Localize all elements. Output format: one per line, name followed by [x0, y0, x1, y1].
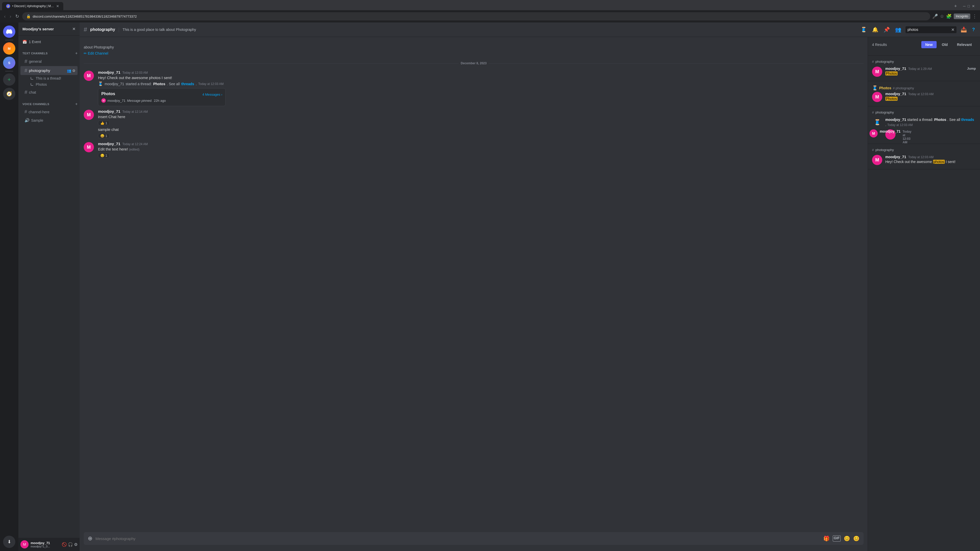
- result-3-threads-link[interactable]: threads: [961, 118, 974, 122]
- date-line-right: [489, 63, 864, 64]
- filter-relevant-button[interactable]: Relevant: [953, 41, 976, 48]
- channel-item-general[interactable]: # general: [21, 57, 78, 66]
- thread-name-1: This is a thread!: [36, 76, 61, 80]
- server-2-icon[interactable]: S: [3, 57, 15, 69]
- user-controls: 🚫 🎧 ⚙: [62, 542, 78, 547]
- threads-header-icon[interactable]: 🧵: [859, 25, 868, 34]
- reload-button[interactable]: ↻: [14, 13, 20, 20]
- gif-icon[interactable]: GIF: [833, 535, 841, 541]
- user-settings-icon[interactable]: ⚙: [74, 542, 78, 547]
- inbox-icon[interactable]: 📥: [959, 25, 968, 34]
- back-button[interactable]: ‹: [3, 13, 6, 20]
- message-author-2: moodjoy_71: [98, 109, 121, 114]
- gift-icon[interactable]: 🎁: [823, 535, 830, 541]
- minimize-button[interactable]: ─: [963, 4, 966, 8]
- message-group-2: M moodjoy_71 Today at 12:14 AM insert Ch…: [80, 108, 868, 140]
- filter-old-button[interactable]: Old: [938, 41, 952, 48]
- bookmark-star-icon[interactable]: ☆: [940, 14, 944, 19]
- search-box[interactable]: ✕: [905, 26, 956, 33]
- search-clear-icon[interactable]: ✕: [951, 27, 955, 32]
- channel-item-chat[interactable]: # chat: [21, 88, 78, 97]
- text-channels-section: TEXT CHANNELS + # general # photography …: [18, 50, 80, 97]
- message-input[interactable]: [95, 537, 820, 541]
- server-header[interactable]: Moodjoy's server ✕: [18, 22, 80, 36]
- event-item[interactable]: 📅 1 Event: [18, 38, 80, 46]
- channel-header-name: photography: [90, 27, 115, 32]
- pinned-message: M moodjoy_71 Message pinned. 22h ago: [101, 98, 222, 103]
- result-2-thread-name[interactable]: Photos: [879, 86, 891, 90]
- maximize-button[interactable]: □: [968, 4, 970, 8]
- thread-link[interactable]: Photos: [153, 82, 165, 86]
- active-tab[interactable]: ⚡ • Discord | #photography | Moo... ✕: [2, 2, 63, 10]
- channel-header: # photography | This is a good place to …: [80, 22, 980, 37]
- voice-channels-header[interactable]: VOICE CHANNELS +: [18, 101, 80, 107]
- mic-icon[interactable]: 🎤: [932, 14, 938, 19]
- filter-new-button[interactable]: New: [921, 41, 937, 48]
- edit-channel-button[interactable]: ✏ Edit Channel: [84, 51, 864, 56]
- sticker-icon[interactable]: 😊: [844, 535, 850, 541]
- forward-button[interactable]: ›: [9, 13, 12, 20]
- voice-channel-sample[interactable]: 🔊 Sample: [21, 116, 78, 124]
- result-3-see-all-text: . See all: [947, 118, 961, 122]
- download-icon[interactable]: ⬇: [3, 536, 15, 548]
- add-members-icon[interactable]: 👥: [67, 68, 71, 73]
- result-1-author: moodjoy_71: [885, 67, 906, 71]
- address-bar[interactable]: 🔒 discord.com/channels/11823468517819843…: [22, 12, 930, 21]
- thread-item-2[interactable]: Photos: [18, 81, 80, 87]
- channel-sidebar: Moodjoy's server ✕ 📅 1 Event TEXT CHANNE…: [18, 22, 80, 551]
- tab-close-button[interactable]: ✕: [56, 4, 59, 8]
- discord-home-icon[interactable]: [3, 25, 15, 38]
- emoji-icon[interactable]: 😊: [853, 535, 859, 541]
- result-1-hash-icon: #: [872, 60, 874, 64]
- search-results-meta: 4 Results New Old Relevant: [872, 41, 976, 48]
- reaction-expressionless[interactable]: 😒 1: [98, 153, 110, 158]
- new-tab-button[interactable]: +: [952, 3, 959, 10]
- server-name: Moodjoy's server: [22, 27, 54, 31]
- pinned-icon[interactable]: 📌: [883, 25, 891, 34]
- headset-icon[interactable]: 🎧: [68, 542, 73, 547]
- text-channels-header[interactable]: TEXT CHANNELS +: [18, 50, 80, 57]
- server-1-icon[interactable]: M: [3, 42, 15, 55]
- explore-icon[interactable]: 🧭: [3, 88, 15, 100]
- thread-box-title[interactable]: Photos: [101, 92, 115, 96]
- thread-name-2: Photos: [36, 83, 47, 86]
- add-server-button[interactable]: +: [3, 73, 15, 86]
- members-icon[interactable]: 👥: [894, 25, 902, 34]
- reaction-grin[interactable]: 😄 1: [98, 133, 110, 138]
- result-2-channel-ref: # photography: [893, 86, 914, 90]
- thread-started-text: started a thread:: [126, 82, 151, 86]
- help-icon[interactable]: ?: [971, 26, 976, 33]
- result-3-author-inline: moodjoy_71: [885, 118, 906, 122]
- channel-item-photography[interactable]: # photography 👥 ⚙: [21, 66, 78, 75]
- result-2-thread-header: 🧵 Photos # photography: [872, 85, 976, 91]
- message-content-3: moodjoy_71 Today at 12:24 AM Edit the te…: [98, 141, 864, 158]
- voice-channels-section: VOICE CHANNELS + # channel-here 🔊 Sample: [18, 101, 80, 124]
- add-voice-channel-icon[interactable]: +: [75, 102, 78, 106]
- channel-top-desc: about Photography: [84, 45, 864, 49]
- result-3-channel-header: # photography: [872, 110, 976, 114]
- reaction-thumbsup[interactable]: 👍 1: [98, 121, 110, 126]
- thread-item-1[interactable]: This is a thread!: [18, 75, 80, 81]
- result-1-jump-button[interactable]: Jump: [967, 67, 976, 70]
- menu-icon[interactable]: ⋮: [972, 14, 977, 19]
- search-input[interactable]: [907, 27, 950, 32]
- mute-icon[interactable]: 🚫: [62, 542, 67, 547]
- result-1-header: moodjoy_71 Today at 1:29 AM: [885, 67, 964, 71]
- message-author-3: moodjoy_71: [98, 141, 121, 146]
- tab-title: • Discord | #photography | Moo...: [12, 4, 54, 8]
- message-text-3: Edit the text here! (edited): [98, 146, 864, 152]
- result-1-channel-name: photography: [875, 60, 894, 64]
- threads-link[interactable]: threads: [181, 82, 194, 86]
- svg-text:M: M: [8, 47, 11, 51]
- thread-start-1: 🧵 moodjoy_71 started a thread: Photos . …: [98, 81, 864, 86]
- notifications-icon[interactable]: 🔔: [871, 25, 880, 34]
- close-window-button[interactable]: ✕: [972, 4, 975, 8]
- add-attachment-icon[interactable]: ⊕: [88, 535, 92, 542]
- thread-messages-link[interactable]: 4 Messages ›: [202, 93, 222, 97]
- voice-channel-here[interactable]: # channel-here: [21, 108, 78, 116]
- settings-icon[interactable]: ⚙: [72, 68, 76, 73]
- date-text: December 8, 2023: [461, 62, 487, 65]
- result-1-highlight: Photos: [885, 71, 897, 76]
- add-channel-icon[interactable]: +: [75, 51, 78, 56]
- extension-icon[interactable]: 🧩: [946, 14, 952, 19]
